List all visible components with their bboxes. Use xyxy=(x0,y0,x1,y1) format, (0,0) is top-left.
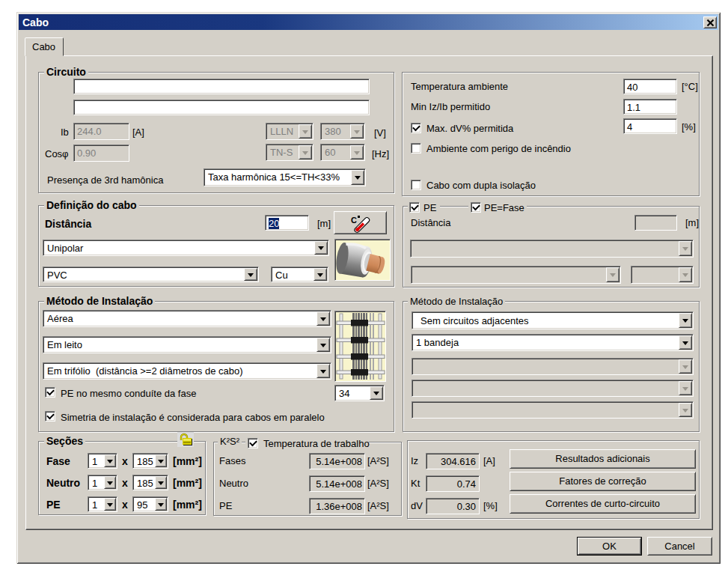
svg-text:C: C xyxy=(351,216,357,225)
